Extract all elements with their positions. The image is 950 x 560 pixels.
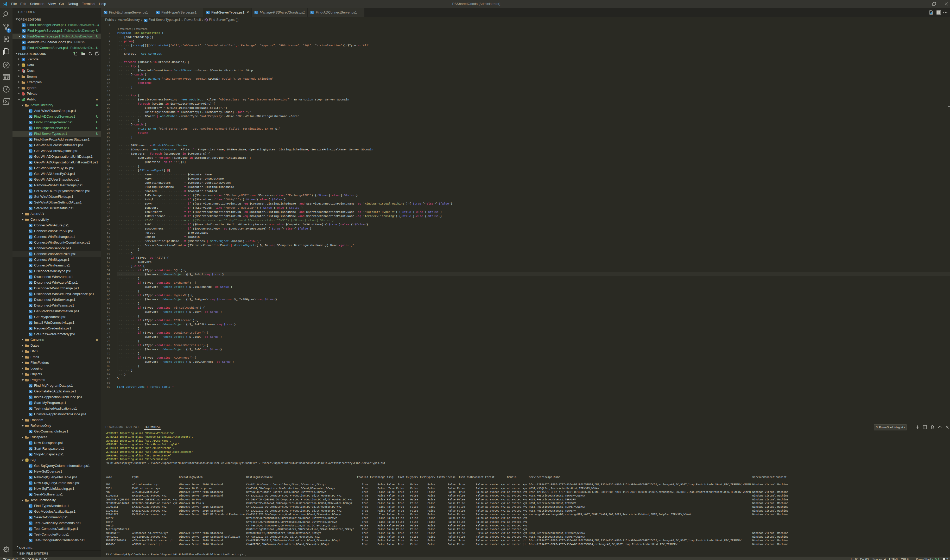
svg-text:$: $	[24, 98, 25, 100]
